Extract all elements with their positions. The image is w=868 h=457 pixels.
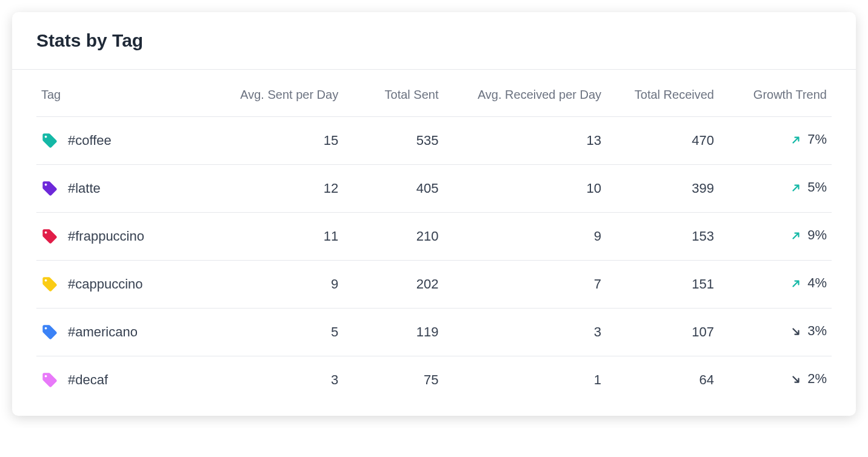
- trend-cell: 9%: [790, 227, 827, 243]
- tag-name: #cappuccino: [68, 276, 143, 292]
- cell-trend: 7%: [719, 117, 832, 165]
- trend-cell: 2%: [790, 371, 827, 387]
- cell-avg-sent: 12: [212, 165, 343, 213]
- cell-tag: #americano: [36, 309, 212, 356]
- table-row[interactable]: #cappuccino 9 202 7 151 4%: [36, 261, 832, 309]
- stats-table: Tag Avg. Sent per Day Total Sent Avg. Re…: [36, 70, 832, 404]
- trend-up-icon: [790, 182, 801, 193]
- table-row[interactable]: #latte 12 405 10 399 5%: [36, 165, 832, 213]
- cell-total-sent: 119: [343, 309, 443, 356]
- cell-avg-sent: 15: [212, 117, 343, 165]
- cell-trend: 4%: [719, 261, 832, 309]
- card-header: Stats by Tag: [12, 12, 856, 70]
- tag-cell: #cappuccino: [41, 276, 207, 293]
- cell-trend: 9%: [719, 213, 832, 261]
- col-header-avg-sent[interactable]: Avg. Sent per Day: [212, 70, 343, 117]
- trend-up-icon: [790, 134, 801, 145]
- tag-icon: [41, 228, 58, 245]
- tag-cell: #americano: [41, 324, 207, 341]
- svg-point-4: [45, 327, 47, 330]
- col-header-avg-recv[interactable]: Avg. Received per Day: [443, 70, 606, 117]
- tag-name: #coffee: [68, 133, 112, 148]
- tag-icon: [41, 372, 58, 389]
- table-header-row: Tag Avg. Sent per Day Total Sent Avg. Re…: [36, 70, 832, 117]
- table-body: #coffee 15 535 13 470 7% #latte 12 405 1…: [36, 117, 832, 404]
- stats-card: Stats by Tag Tag Avg. Sent per Day Total…: [12, 12, 856, 416]
- tag-icon: [41, 132, 58, 149]
- tag-cell: #frappuccino: [41, 228, 207, 245]
- cell-tag: #cappuccino: [36, 261, 212, 309]
- cell-avg-sent: 11: [212, 213, 343, 261]
- tag-name: #frappuccino: [68, 228, 144, 244]
- trend-down-icon: [790, 325, 801, 336]
- cell-avg-sent: 9: [212, 261, 343, 309]
- cell-total-recv: 64: [606, 356, 719, 404]
- tag-name: #decaf: [68, 372, 108, 388]
- cell-total-recv: 470: [606, 117, 719, 165]
- cell-total-sent: 210: [343, 213, 443, 261]
- cell-tag: #decaf: [36, 356, 212, 404]
- card-title: Stats by Tag: [36, 30, 832, 51]
- tag-cell: #coffee: [41, 132, 207, 149]
- tag-cell: #latte: [41, 180, 207, 197]
- cell-total-recv: 151: [606, 261, 719, 309]
- cell-trend: 5%: [719, 165, 832, 213]
- cell-avg-sent: 3: [212, 356, 343, 404]
- trend-cell: 4%: [790, 275, 827, 291]
- cell-avg-sent: 5: [212, 309, 343, 356]
- svg-point-1: [45, 184, 47, 186]
- tag-icon: [41, 324, 58, 341]
- cell-total-sent: 535: [343, 117, 443, 165]
- svg-point-5: [45, 375, 47, 378]
- svg-point-0: [45, 136, 47, 138]
- col-header-trend[interactable]: Growth Trend: [719, 70, 832, 117]
- tag-name: #americano: [68, 324, 138, 340]
- cell-tag: #latte: [36, 165, 212, 213]
- cell-total-sent: 202: [343, 261, 443, 309]
- col-header-total-sent[interactable]: Total Sent: [343, 70, 443, 117]
- svg-point-2: [45, 232, 47, 234]
- svg-point-3: [45, 279, 47, 282]
- trend-value: 2%: [807, 371, 827, 387]
- table-row[interactable]: #americano 5 119 3 107 3%: [36, 309, 832, 356]
- trend-value: 4%: [807, 275, 827, 291]
- trend-value: 7%: [807, 132, 827, 147]
- table-row[interactable]: #coffee 15 535 13 470 7%: [36, 117, 832, 165]
- trend-value: 9%: [807, 227, 827, 243]
- trend-cell: 3%: [790, 323, 827, 339]
- cell-avg-recv: 7: [443, 261, 606, 309]
- cell-avg-recv: 9: [443, 213, 606, 261]
- cell-tag: #coffee: [36, 117, 212, 165]
- table-wrapper: Tag Avg. Sent per Day Total Sent Avg. Re…: [12, 70, 856, 416]
- trend-cell: 5%: [790, 179, 827, 195]
- col-header-tag[interactable]: Tag: [36, 70, 212, 117]
- cell-total-recv: 399: [606, 165, 719, 213]
- trend-value: 5%: [807, 179, 827, 195]
- table-row[interactable]: #decaf 3 75 1 64 2%: [36, 356, 832, 404]
- cell-avg-recv: 3: [443, 309, 606, 356]
- cell-total-recv: 153: [606, 213, 719, 261]
- cell-tag: #frappuccino: [36, 213, 212, 261]
- cell-avg-recv: 1: [443, 356, 606, 404]
- col-header-total-recv[interactable]: Total Received: [606, 70, 719, 117]
- cell-total-sent: 405: [343, 165, 443, 213]
- cell-avg-recv: 13: [443, 117, 606, 165]
- tag-name: #latte: [68, 181, 101, 196]
- trend-value: 3%: [807, 323, 827, 339]
- trend-up-icon: [790, 278, 801, 289]
- tag-icon: [41, 180, 58, 197]
- table-row[interactable]: #frappuccino 11 210 9 153 9%: [36, 213, 832, 261]
- cell-trend: 3%: [719, 309, 832, 356]
- tag-icon: [41, 276, 58, 293]
- trend-cell: 7%: [790, 132, 827, 147]
- trend-up-icon: [790, 230, 801, 241]
- cell-trend: 2%: [719, 356, 832, 404]
- cell-total-sent: 75: [343, 356, 443, 404]
- tag-cell: #decaf: [41, 372, 207, 389]
- cell-avg-recv: 10: [443, 165, 606, 213]
- cell-total-recv: 107: [606, 309, 719, 356]
- trend-down-icon: [790, 373, 801, 384]
